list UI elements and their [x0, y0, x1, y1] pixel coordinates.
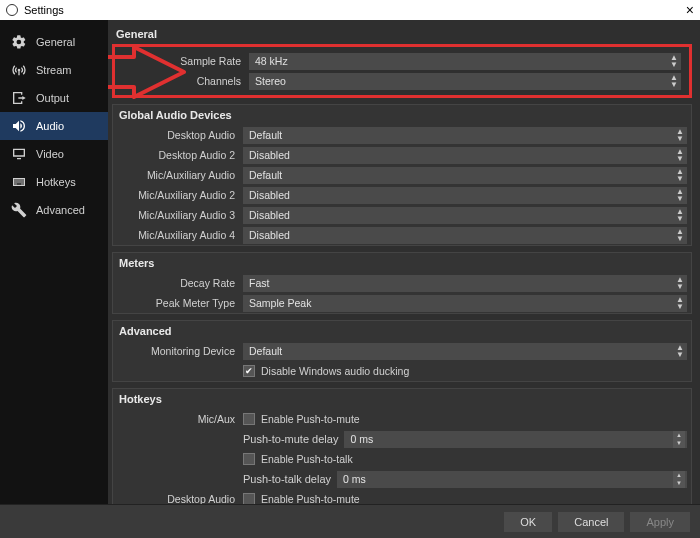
sidebar-item-label: General: [36, 36, 75, 48]
sidebar-item-stream[interactable]: Stream: [0, 56, 108, 84]
spinner-icon: ▲▼: [676, 128, 684, 142]
section-meters: Meters Decay RateFast▲▼ Peak Meter TypeS…: [112, 252, 692, 314]
label-desktop-audio-2: Desktop Audio 2: [113, 149, 243, 161]
sidebar-item-label: Video: [36, 148, 64, 160]
dropdown-sample-rate[interactable]: 48 kHz ▲▼: [249, 53, 681, 70]
section-advanced: Advanced Monitoring DeviceDefault▲▼ ✔Dis…: [112, 320, 692, 382]
dialog-footer: OK Cancel Apply: [0, 504, 700, 538]
close-icon[interactable]: ×: [686, 2, 694, 18]
label-ptm-delay: Push-to-mute delay: [243, 433, 338, 445]
sidebar-item-output[interactable]: Output: [0, 84, 108, 112]
section-title-hotkeys: Hotkeys: [113, 389, 691, 409]
title-bar: Settings ×: [0, 0, 700, 20]
section-general-wrapper: General Sample Rate 48 kHz ▲▼ Channels: [112, 24, 692, 98]
tools-icon: [10, 203, 28, 217]
label-desktop-audio-hotkey: Desktop Audio: [113, 493, 243, 504]
gear-icon: [10, 35, 28, 49]
label-disable-ducking: Disable Windows audio ducking: [261, 365, 409, 377]
section-title-devices: Global Audio Devices: [113, 105, 691, 125]
spinner-icon: ▲▼: [676, 168, 684, 182]
label-mic-aux-audio-2: Mic/Auxiliary Audio 2: [113, 189, 243, 201]
sidebar-item-hotkeys[interactable]: Hotkeys: [0, 168, 108, 196]
section-title-general: General: [112, 24, 692, 44]
section-title-meters: Meters: [113, 253, 691, 273]
spinner-icon: ▲▼: [676, 188, 684, 202]
apply-button[interactable]: Apply: [630, 512, 690, 532]
app-logo-icon: [6, 4, 18, 16]
monitor-icon: [10, 147, 28, 161]
sidebar-item-audio[interactable]: Audio: [0, 112, 108, 140]
dropdown-desktop-audio[interactable]: Default▲▼: [243, 127, 687, 144]
sidebar-item-label: Audio: [36, 120, 64, 132]
highlight-box: Sample Rate 48 kHz ▲▼ Channels Ste: [112, 44, 692, 98]
section-hotkeys: Hotkeys Mic/AuxEnable Push-to-mute Push-…: [112, 388, 692, 504]
spinner-icon: ▲▼: [676, 296, 684, 310]
dropdown-mic-aux-audio-3[interactable]: Disabled▲▼: [243, 207, 687, 224]
dropdown-mic-aux-audio-4[interactable]: Disabled▲▼: [243, 227, 687, 244]
sidebar-item-label: Advanced: [36, 204, 85, 216]
dropdown-peak-meter-type[interactable]: Sample Peak▲▼: [243, 295, 687, 312]
keyboard-icon: [10, 175, 28, 189]
sidebar-item-label: Output: [36, 92, 69, 104]
spinner-icon: ▲▼: [670, 54, 678, 68]
label-sample-rate: Sample Rate: [119, 55, 249, 67]
sidebar: General Stream Output Audio Video Hotkey…: [0, 20, 108, 504]
label-peak-meter-type: Peak Meter Type: [113, 297, 243, 309]
label-ptt-delay: Push-to-talk delay: [243, 473, 331, 485]
cancel-button[interactable]: Cancel: [558, 512, 624, 532]
spinner-icon: ▲▼: [676, 208, 684, 222]
dropdown-mic-aux-audio-2[interactable]: Disabled▲▼: [243, 187, 687, 204]
spinner-icon: ▲▼: [676, 228, 684, 242]
checkbox-disable-ducking[interactable]: ✔: [243, 365, 255, 377]
sidebar-item-general[interactable]: General: [0, 28, 108, 56]
label-mic-aux-hotkey: Mic/Aux: [113, 413, 243, 425]
dropdown-decay-rate[interactable]: Fast▲▼: [243, 275, 687, 292]
settings-window: Settings × General Stream Output Audio: [0, 0, 700, 538]
label-channels: Channels: [119, 75, 249, 87]
spinner-icon: ▲▼: [676, 148, 684, 162]
label-mic-aux-audio-4: Mic/Auxiliary Audio 4: [113, 229, 243, 241]
checkbox-enable-ptm-desktop[interactable]: [243, 493, 255, 504]
input-ptt-delay-micaux[interactable]: 0 ms: [337, 471, 687, 488]
stepper-icon[interactable]: ▲▼: [673, 471, 685, 488]
spinner-icon: ▲▼: [676, 344, 684, 358]
antenna-icon: [10, 63, 28, 77]
dropdown-mic-aux-audio[interactable]: Default▲▼: [243, 167, 687, 184]
dropdown-desktop-audio-2[interactable]: Disabled▲▼: [243, 147, 687, 164]
sidebar-item-label: Hotkeys: [36, 176, 76, 188]
speaker-icon: [10, 119, 28, 133]
sidebar-item-video[interactable]: Video: [0, 140, 108, 168]
stepper-icon[interactable]: ▲▼: [673, 431, 685, 448]
spinner-icon: ▲▼: [676, 276, 684, 290]
input-ptm-delay-micaux[interactable]: 0 ms: [344, 431, 687, 448]
label-monitoring-device: Monitoring Device: [113, 345, 243, 357]
checkbox-enable-ptt-micaux[interactable]: [243, 453, 255, 465]
ok-button[interactable]: OK: [504, 512, 552, 532]
sidebar-item-label: Stream: [36, 64, 71, 76]
label-enable-ptt: Enable Push-to-talk: [261, 453, 353, 465]
label-decay-rate: Decay Rate: [113, 277, 243, 289]
output-icon: [10, 91, 28, 105]
dropdown-monitoring-device[interactable]: Default▲▼: [243, 343, 687, 360]
section-global-audio-devices: Global Audio Devices Desktop AudioDefaul…: [112, 104, 692, 246]
label-mic-aux-audio: Mic/Auxiliary Audio: [113, 169, 243, 181]
dropdown-channels[interactable]: Stereo ▲▼: [249, 73, 681, 90]
label-mic-aux-audio-3: Mic/Auxiliary Audio 3: [113, 209, 243, 221]
sidebar-item-advanced[interactable]: Advanced: [0, 196, 108, 224]
window-title: Settings: [24, 4, 64, 16]
content-pane: General Sample Rate 48 kHz ▲▼ Channels: [108, 20, 700, 504]
section-title-advanced: Advanced: [113, 321, 691, 341]
label-desktop-audio: Desktop Audio: [113, 129, 243, 141]
label-enable-ptm: Enable Push-to-mute: [261, 493, 360, 504]
spinner-icon: ▲▼: [670, 74, 678, 88]
label-enable-ptm: Enable Push-to-mute: [261, 413, 360, 425]
checkbox-enable-ptm-micaux[interactable]: [243, 413, 255, 425]
